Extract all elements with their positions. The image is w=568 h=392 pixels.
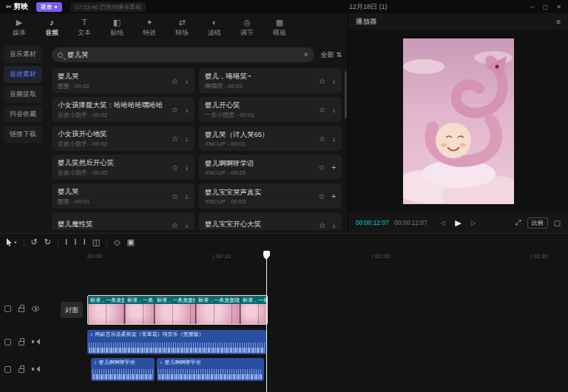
favorite-icon[interactable]: ☆ [319,77,325,85]
video-track-header [4,305,39,312]
sound-effect-clip[interactable]: ♪ 婴儿啊啊呀学语 [91,358,155,381]
trim-right-tool-button[interactable]: Ⅰ [83,238,85,246]
sound-effect-clip[interactable]: ♪ 婴儿啊啊呀学语 [157,358,264,381]
undo-button[interactable]: ↺ [31,238,38,246]
prev-frame-icon[interactable]: ◁ [441,220,445,226]
split-tool-button[interactable]: Ⅰ [65,238,67,246]
favorite-icon[interactable]: ☆ [319,135,325,143]
sound-item[interactable]: 婴儿宝宝开心大笑 ☆↓ [199,212,342,230]
sound-item[interactable]: 婴儿啊啊呀学语XNCUP - 00:25 ☆+ [199,155,342,180]
select-tool-button[interactable]: ▾ [6,238,17,246]
sound-item[interactable]: 婴儿哭（讨人哭65）XNCUP - 00:01 ☆↓ [199,126,342,151]
trim-left-tool-button[interactable]: Ⅰ [74,238,76,246]
search-box[interactable]: ✕ [52,47,314,62]
player-menu-icon[interactable]: ≡ [556,18,561,26]
redo-button[interactable]: ↻ [44,238,51,246]
filter-button[interactable]: 全部 ⇅ [320,50,342,60]
next-frame-icon[interactable]: ▷ [471,220,476,226]
crop-tool-button[interactable]: ▣ [127,238,135,246]
sidebar-item-music[interactable]: 音乐素材 [4,46,42,63]
list-scrollbar[interactable] [345,71,347,118]
track-mute-icon[interactable] [32,366,39,372]
sound-item[interactable]: 小女孩捧腹大笑：哈哈哈哈嘿哈哈音效小助手 - 00:02 ☆↓ [52,97,195,122]
search-input[interactable] [67,51,299,59]
tab-audio[interactable]: ♪ 音频 [36,18,68,38]
sidebar-item-link-download[interactable]: 链接下载 [4,126,42,143]
favorite-icon[interactable]: ☆ [319,221,325,229]
timeline-ruler[interactable]: 00:00 00:10 00:20 00:30 [0,251,568,262]
music-clip[interactable]: ♪ 同款古乐温柔摇篮（萱草花）纯音乐（完整版） [87,330,266,354]
favorite-icon[interactable]: ☆ [318,192,325,200]
play-button[interactable]: ▶ [455,218,461,228]
maximize-button[interactable]: ▢ [543,4,549,10]
video-clip[interactable]: 标准，一条龙盘绕宝宝，龙在温柔地看着宝宝 [155,296,196,324]
favorite-icon[interactable]: ☆ [172,106,178,114]
cover-button[interactable]: 封面 [61,302,83,318]
download-icon[interactable]: ↓ [332,135,336,143]
tab-transition[interactable]: ⇄ 转场 [166,18,198,38]
sidebar-item-douyin-favorites[interactable]: 抖音收藏 [4,106,42,123]
sound-item[interactable]: 婴儿笑然后开心笑音效小助手 - 00:02 ☆↓ [52,155,195,180]
tab-filter[interactable]: ◐ 滤镜 [198,18,231,38]
close-button[interactable]: ✕ [556,4,561,10]
download-icon[interactable]: ↓ [332,106,336,114]
tab-sticker[interactable]: ◧ 贴纸 [101,18,133,38]
track-lock-icon[interactable] [18,368,24,373]
video-preview[interactable] [403,38,514,204]
tab-template[interactable]: ▦ 模板 [263,18,296,38]
playhead-handle[interactable] [263,251,270,257]
favorite-icon[interactable]: ☆ [318,163,325,172]
download-icon[interactable]: ↓ [185,106,189,114]
download-icon[interactable]: ↓ [185,135,189,143]
sidebar-item-sound-effects[interactable]: 音效素材 [4,66,42,83]
sound-item[interactable]: 婴儿哭图图 - 00:01 ☆↓ [52,183,195,209]
minimize-button[interactable]: ─ [530,4,535,10]
favorite-icon[interactable]: ☆ [172,221,178,229]
favorite-icon[interactable]: ☆ [319,106,325,114]
tab-effects[interactable]: ✦ 特效 [133,18,166,38]
video-clip[interactable]: 标准，一条龙盘绕宝宝，龙在温柔地看着宝宝 [88,296,125,324]
fullscreen-icon[interactable]: ▢ [554,219,561,227]
tab-adjust[interactable]: ◎ 调节 [231,18,263,38]
track-hide-icon[interactable] [32,306,39,311]
search-clear-icon[interactable]: ✕ [303,51,309,58]
favorite-icon[interactable]: ☆ [172,77,178,85]
track-toggle-icon[interactable] [4,366,11,373]
favorite-icon[interactable]: ☆ [172,135,178,143]
sound-item[interactable]: 婴儿宝宝哭声真实XNCUP - 00:03 ☆+ [199,183,342,209]
sound-item[interactable]: 婴儿哭图图 - 00:02 ☆↓ [52,68,195,93]
sound-item[interactable]: 婴儿开心笑一条小团团 - 00:01 ☆↓ [199,97,342,122]
video-clip[interactable]: 标准，一条龙盘绕宝宝，龙在温柔地看着宝宝 [240,296,267,324]
sound-title: 小女孩捧腹大笑：哈哈哈哈嘿哈哈 [58,101,167,110]
add-icon[interactable]: + [331,192,336,200]
download-icon[interactable]: ↓ [185,192,189,200]
ratio-button[interactable]: 比例 [527,217,548,229]
mirror-tool-button[interactable]: ◫ [92,238,100,246]
sound-item[interactable]: 婴儿，咯咯笑~啊哦唷 - 00:01 ☆↓ [199,68,342,93]
add-icon[interactable]: + [331,163,336,172]
menu-button[interactable]: 菜单 ▾ [36,2,62,12]
favorite-icon[interactable]: ☆ [172,163,178,172]
download-icon[interactable]: ↓ [185,221,189,229]
sound-item[interactable]: 小女孩开心地笑音效小助手 - 00:02 ☆↓ [52,126,195,151]
download-icon[interactable]: ↓ [332,77,336,85]
track-lock-icon[interactable] [18,341,24,345]
track-lock-icon[interactable] [18,308,24,312]
video-clip[interactable]: 标准，一条龙盘绕宝宝，龙在温柔地看着宝宝 [125,296,155,324]
tab-media[interactable]: ▶ 媒体 [3,18,36,38]
fit-screen-icon[interactable]: ⤢ [515,218,521,227]
track-toggle-icon[interactable] [4,339,11,345]
mask-tool-button[interactable]: ◇ [114,238,120,246]
track-toggle-icon[interactable] [4,305,11,312]
audio-category-sidebar: 音乐素材 音效素材 音频提取 抖音收藏 链接下载 [0,43,46,233]
video-clip[interactable]: 标准，一条龙盘绕宝宝，龙在温柔地看着宝宝 [196,296,240,324]
tab-text[interactable]: T 文本 [68,18,101,38]
favorite-icon[interactable]: ☆ [172,192,178,200]
download-icon[interactable]: ↓ [185,77,189,85]
download-icon[interactable]: ↓ [185,163,189,172]
sound-item[interactable]: 婴儿魔性笑 ☆↓ [52,212,195,230]
download-icon[interactable]: ↓ [332,221,336,229]
track-mute-icon[interactable] [32,339,39,345]
sidebar-item-audio-extract[interactable]: 音频提取 [4,86,42,103]
playhead[interactable] [266,251,267,392]
